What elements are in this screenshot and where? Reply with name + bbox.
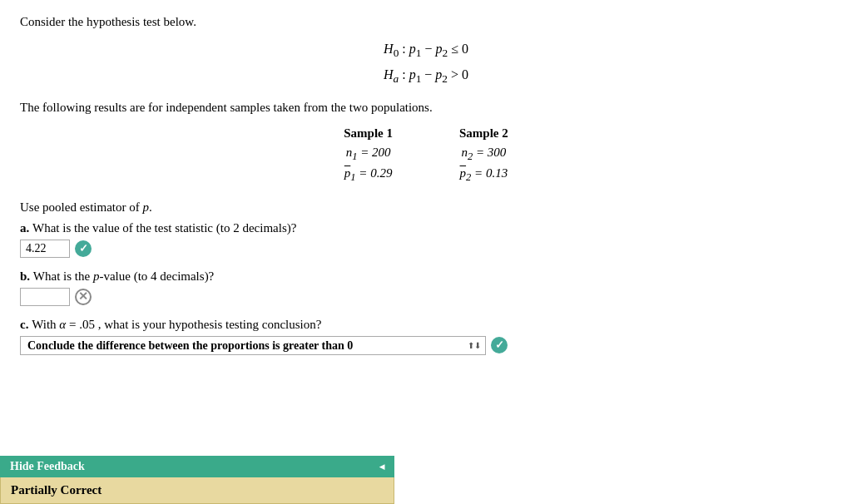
conclusion-select[interactable]: Conclude the difference between the prop…: [20, 336, 486, 355]
n2-value: n2 = 300: [426, 144, 542, 165]
table-row: p1 = 0.29 p2 = 0.13: [310, 165, 542, 185]
sample2-header: Sample 2: [426, 125, 542, 144]
question-b-answer-row: ✕: [20, 288, 832, 306]
p1-value: p1 = 0.29: [310, 165, 426, 185]
question-a-input[interactable]: [20, 240, 70, 258]
question-b-block: b. What is the p-value (to 4 decimals)? …: [20, 269, 832, 306]
question-c-answer-row: Conclude the difference between the prop…: [20, 336, 832, 355]
correct-icon-c: ✓: [491, 337, 508, 353]
hypothesis-ha: Ha : p1 − p2 > 0: [20, 63, 832, 89]
pooled-text: Use pooled estimator of p.: [20, 200, 832, 215]
hypothesis-h0: H0 : p1 − p2 ≤ 0: [20, 37, 832, 63]
conclusion-select-container: Conclude the difference between the prop…: [20, 336, 486, 355]
hide-feedback-label: Hide Feedback: [10, 460, 85, 473]
question-a-answer-row: ✓: [20, 240, 832, 258]
feedback-arrow-icon: ◂: [379, 461, 384, 473]
n1-value: n1 = 200: [310, 144, 426, 165]
table-row: n1 = 200 n2 = 300: [310, 144, 542, 165]
question-b-label: b. What is the p-value (to 4 decimals)?: [20, 269, 832, 284]
question-c-label: c. With α = .05 , what is your hypothesi…: [20, 318, 832, 332]
incorrect-icon-b: ✕: [75, 289, 92, 305]
sample1-header: Sample 1: [310, 125, 426, 144]
results-text: The following results are for independen…: [20, 101, 832, 115]
question-b-input[interactable]: [20, 288, 70, 306]
intro-text: Consider the hypothesis test below.: [20, 15, 832, 29]
question-a-label: a. What is the value of the test statist…: [20, 221, 832, 235]
sample-table: Sample 1 Sample 2 n1 = 200 n2 = 300 p1 =…: [310, 125, 542, 185]
p2-value: p2 = 0.13: [426, 165, 542, 185]
partially-correct-bar: Partially Correct: [0, 477, 394, 504]
partially-correct-label: Partially Correct: [11, 483, 102, 497]
hypothesis-block: H0 : p1 − p2 ≤ 0 Ha : p1 − p2 > 0: [20, 37, 832, 89]
feedback-section: Hide Feedback ◂ Partially Correct: [0, 456, 394, 504]
question-a-block: a. What is the value of the test statist…: [20, 221, 832, 258]
correct-icon-a: ✓: [75, 240, 92, 257]
question-c-block: c. With α = .05 , what is your hypothesi…: [20, 318, 832, 355]
hide-feedback-bar[interactable]: Hide Feedback ◂: [0, 456, 394, 477]
